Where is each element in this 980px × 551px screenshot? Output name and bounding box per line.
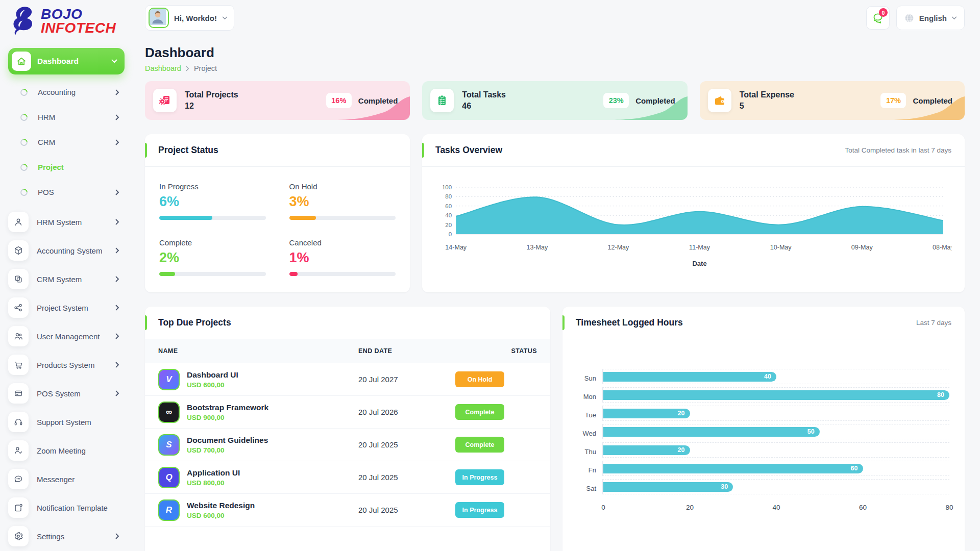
stat-card-text: Total Tasks 46 [462, 90, 506, 111]
tasks-overview-panel: Tasks Overview Total Completed task in l… [422, 134, 965, 292]
project-cell: S Document Guidelines USD 700,00 [158, 434, 358, 456]
expense-icon [708, 89, 731, 112]
sidebar: BOJO INFOTECH Dashboard Accounting HRM C… [0, 0, 139, 551]
sidebar-item-settings[interactable]: Settings [8, 522, 139, 550]
svg-text:100: 100 [442, 184, 452, 190]
status-cell: On Hold [455, 371, 537, 387]
timesheet-band: 80 [602, 387, 949, 403]
project-amount: USD 900,00 [187, 414, 268, 421]
sidebar-item-pos[interactable]: POS [8, 180, 139, 205]
chevron-right-icon [115, 114, 119, 120]
end-date-cell: 20 Jul 2025 [358, 440, 455, 449]
bullet-icon [19, 137, 29, 147]
projects-icon [153, 89, 177, 112]
status-stat-complete: Complete 2% [159, 238, 266, 276]
progress-fill [289, 272, 298, 276]
end-date-cell: 20 Jul 2027 [358, 375, 455, 384]
timesheet-category-label: Wed [576, 430, 602, 437]
status-stat-in-progress: In Progress 6% [159, 182, 266, 220]
timesheet-bar: 20 [603, 409, 690, 418]
sidebar-item-zoom-meeting[interactable]: Zoom Meeting [8, 436, 139, 465]
panel-title: Project Status [158, 145, 218, 156]
page-head: Dashboard Dashboard Project [145, 45, 965, 72]
timesheet-x-tick: 60 [859, 504, 867, 511]
project-amount: USD 700,00 [187, 446, 268, 454]
end-date-cell: 20 Jul 2026 [358, 408, 455, 416]
sidebar-item-accounting[interactable]: Accounting [8, 80, 139, 105]
project-avatar: R [158, 499, 180, 521]
panel-title: Top Due Projects [158, 317, 231, 328]
sidebar-item-products-system[interactable]: Products System [8, 350, 139, 379]
project-avatar: ∞ [158, 402, 180, 423]
timesheet-x-tick: 40 [772, 504, 780, 511]
notifications-button[interactable]: 0 [866, 6, 890, 30]
timesheet-panel: Timesheet Logged Hours Last 7 days Sun 4… [562, 307, 965, 551]
user-menu[interactable]: Hi, Workdo! [145, 5, 234, 31]
table-row[interactable]: R Website Redesign USD 600,00 20 Jul 202… [145, 494, 550, 527]
project-amount: USD 600,00 [187, 381, 238, 389]
sidebar-item-accounting-system[interactable]: Accounting System [8, 236, 139, 265]
svg-text:60: 60 [445, 203, 452, 209]
status-cell: In Progress [455, 502, 537, 518]
stat-card-text: Total Projects 12 [185, 90, 238, 111]
breadcrumb: Dashboard Project [145, 64, 965, 72]
project-status-grid: In Progress 6% On Hold 3% Complete 2% Ca… [145, 167, 410, 291]
sidebar-item-dashboard[interactable]: Dashboard [8, 48, 125, 74]
table-row[interactable]: V Dashboard UI USD 600,00 20 Jul 2027 On… [145, 363, 550, 396]
project-cell: ∞ Bootstrap Framework USD 900,00 [158, 402, 358, 423]
breadcrumb-dashboard-link[interactable]: Dashboard [145, 64, 181, 72]
project-name: Website Redesign [187, 501, 255, 510]
chevron-right-icon [115, 89, 119, 95]
project-avatar: V [158, 369, 180, 390]
svg-text:11-May: 11-May [689, 244, 710, 251]
table-row[interactable]: ∞ Bootstrap Framework USD 900,00 20 Jul … [145, 396, 550, 429]
sidebar-systems: HRM System Accounting System CRM System … [8, 208, 139, 550]
timesheet-bar-row: Sat 30 [576, 479, 949, 497]
end-date-cell: 20 Jul 2025 [358, 473, 455, 482]
project-amount: USD 600,00 [187, 512, 255, 519]
timesheet-category-label: Sun [576, 374, 602, 382]
project-avatar: S [158, 434, 180, 456]
sidebar-item-user-management[interactable]: User Management [8, 322, 139, 350]
brand-logo[interactable]: BOJO INFOTECH [9, 6, 139, 37]
sidebar-item-hrm[interactable]: HRM [8, 105, 139, 130]
accent-bar [422, 143, 424, 158]
language-selector[interactable]: English [896, 6, 965, 30]
sidebar-item-pos-system[interactable]: POS System [8, 379, 139, 408]
share-icon [8, 297, 29, 318]
sidebar-item-project[interactable]: Project [8, 155, 139, 180]
accent-bar [562, 315, 565, 330]
table-row[interactable]: S Document Guidelines USD 700,00 20 Jul … [145, 429, 550, 461]
sidebar-item-crm[interactable]: CRM [8, 130, 139, 155]
svg-text:09-May: 09-May [851, 244, 873, 251]
stat-card-total-projects: Total Projects 12 16% Completed [145, 81, 410, 120]
timesheet-bars: Sun 40 Mon 80 Tue 20 Wed 50 Thu 20 Fri 6… [576, 369, 949, 497]
brand-name-bottom: INFOTECH [41, 21, 116, 35]
sidebar-item-notification-template[interactable]: Notification Template [8, 493, 139, 522]
layers-icon [8, 269, 29, 289]
completed-label: Completed [913, 96, 952, 105]
svg-text:Date: Date [692, 260, 706, 267]
sidebar-item-label: Dashboard [37, 57, 79, 66]
stat-card-text: Total Expense 5 [740, 90, 794, 111]
sidebar-item-crm-system[interactable]: CRM System [8, 265, 139, 293]
notification-icon [8, 497, 29, 518]
timesheet-x-tick: 80 [945, 504, 953, 511]
column-header-end-date: END DATE [358, 347, 455, 355]
project-cell: V Dashboard UI USD 600,00 [158, 369, 358, 390]
tasks-icon [430, 89, 454, 112]
sidebar-item-project-system[interactable]: Project System [8, 293, 139, 322]
sidebar-item-support-system[interactable]: Support System [8, 408, 139, 436]
svg-text:40: 40 [445, 212, 452, 218]
progress-track [289, 272, 396, 276]
sidebar-item-hrm-system[interactable]: HRM System [8, 208, 139, 236]
timesheet-band: 20 [602, 442, 949, 458]
top-due-projects-panel: Top Due Projects NAME END DATE STATUS V … [145, 307, 550, 551]
timesheet-bar: 80 [603, 390, 949, 400]
status-badge: On Hold [455, 371, 504, 387]
stat-card-title: Total Projects [185, 90, 238, 99]
sidebar-item-messenger[interactable]: Messenger [8, 465, 139, 493]
table-row[interactable]: Q Application UI USD 800,00 20 Jul 2025 … [145, 461, 550, 494]
chevron-down-icon [951, 16, 957, 20]
panel-header: Tasks Overview Total Completed task in l… [422, 134, 965, 167]
